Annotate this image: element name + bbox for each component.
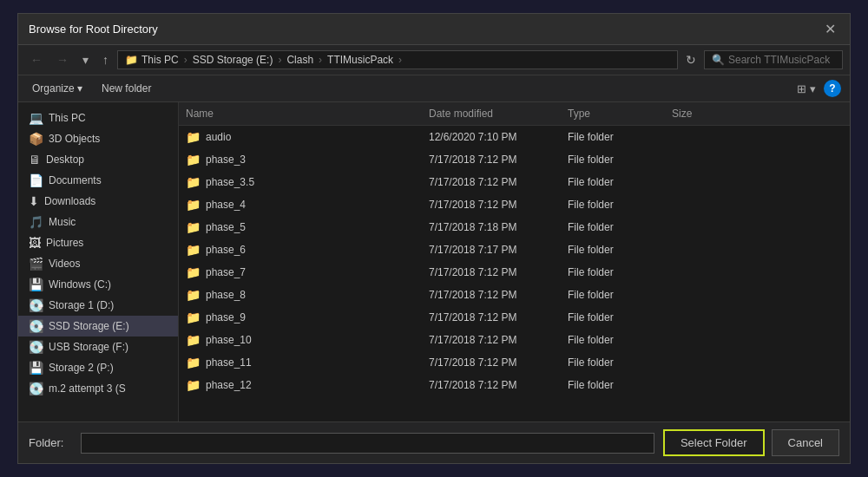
table-row[interactable]: 📁phase_3.57/17/2018 7:12 PMFile folder: [179, 171, 850, 193]
sidebar-item-windows-(c:)[interactable]: 💾Windows (C:): [18, 274, 178, 295]
table-row[interactable]: 📁phase_117/17/2018 7:12 PMFile folder: [179, 351, 850, 374]
table-row[interactable]: 📁phase_127/17/2018 7:12 PMFile folder: [179, 374, 850, 396]
file-panel: Name Date modified Type Size 📁audio12/6/…: [179, 102, 850, 421]
sidebar-item-music[interactable]: 🎵Music: [18, 212, 178, 232]
file-date: 7/17/2018 7:12 PM: [422, 265, 561, 280]
file-name: phase_10: [206, 334, 252, 346]
table-row[interactable]: 📁phase_57/17/2018 7:18 PMFile folder: [179, 216, 850, 238]
refresh-button[interactable]: ↻: [681, 51, 700, 69]
forward-button[interactable]: →: [51, 50, 74, 69]
cancel-button[interactable]: Cancel: [772, 429, 839, 456]
table-row[interactable]: 📁phase_77/17/2018 7:12 PMFile folder: [179, 261, 850, 284]
folder-icon: 📁: [186, 265, 201, 279]
folder-icon: ⬇: [29, 194, 39, 208]
file-name-cell: 📁phase_3: [179, 151, 422, 168]
col-type[interactable]: Type: [561, 106, 665, 121]
file-type: File folder: [561, 265, 665, 280]
file-type: File folder: [561, 355, 665, 370]
file-size: [665, 293, 850, 297]
col-size[interactable]: Size: [665, 106, 850, 121]
folder-input[interactable]: [81, 433, 654, 454]
organize-button[interactable]: Organize ▾: [27, 80, 88, 97]
view-toggle-button[interactable]: ⊞ ▾: [792, 81, 820, 97]
file-type: File folder: [561, 332, 665, 348]
sidebar-item-label: USB Storage (F:): [49, 341, 128, 353]
file-size: [665, 338, 850, 342]
file-date: 7/17/2018 7:12 PM: [422, 152, 561, 167]
breadcrumb-ttimusicpack: TTIMusicPack: [327, 54, 393, 66]
address-bar[interactable]: 📁 This PC › SSD Storage (E:) › Clash › T…: [117, 50, 678, 69]
sidebar-item-label: Documents: [49, 174, 102, 186]
sidebar-item-label: 3D Objects: [49, 133, 100, 145]
sidebar-item-m.2-attempt-3-(s[interactable]: 💽m.2 attempt 3 (S: [18, 378, 178, 399]
up-button[interactable]: ↑: [97, 50, 114, 69]
file-name: phase_8: [206, 289, 246, 301]
file-size: [665, 203, 850, 206]
folder-icon: 📁: [186, 378, 201, 392]
search-icon: 🔍: [712, 54, 725, 66]
search-input[interactable]: [728, 54, 832, 66]
file-name: phase_7: [206, 266, 246, 278]
file-date: 7/17/2018 7:12 PM: [422, 197, 561, 212]
close-button[interactable]: ✕: [821, 21, 839, 37]
file-name: phase_11: [206, 356, 252, 369]
file-type: File folder: [561, 219, 665, 235]
dialog-title: Browse for Root Directory: [29, 23, 158, 36]
sidebar-item-usb-storage-(f:)[interactable]: 💽USB Storage (F:): [18, 337, 178, 357]
sidebar-item-downloads[interactable]: ⬇Downloads: [18, 191, 178, 212]
help-button[interactable]: ?: [824, 80, 841, 97]
file-name-cell: 📁audio: [179, 128, 422, 146]
content-area: 💻This PC📦3D Objects🖥Desktop📄Documents⬇Do…: [18, 102, 850, 421]
breadcrumb-thispc: This PC: [141, 54, 179, 66]
new-folder-button[interactable]: New folder: [96, 80, 156, 97]
sidebar-item-3d-objects[interactable]: 📦3D Objects: [18, 128, 178, 149]
folder-icon: 📁: [186, 175, 201, 189]
file-date: 7/17/2018 7:12 PM: [422, 174, 561, 190]
toolbar: Organize ▾ New folder ⊞ ▾ ?: [18, 75, 850, 102]
col-date[interactable]: Date modified: [422, 106, 561, 121]
sidebar-item-this-pc[interactable]: 💻This PC: [18, 108, 178, 128]
folder-icon: 📁: [186, 310, 201, 324]
title-bar: Browse for Root Directory ✕: [18, 14, 850, 45]
dropdown-button[interactable]: ▾: [77, 50, 94, 69]
file-size: [665, 135, 850, 139]
breadcrumb-ssd: SSD Storage (E:): [193, 54, 273, 66]
file-type: File folder: [561, 310, 665, 325]
search-bar[interactable]: 🔍: [704, 50, 843, 69]
folder-icon: 📁: [186, 288, 201, 302]
sidebar-item-documents[interactable]: 📄Documents: [18, 170, 178, 191]
file-name: phase_6: [206, 244, 246, 256]
table-row[interactable]: 📁phase_107/17/2018 7:12 PMFile folder: [179, 329, 850, 351]
file-name-cell: 📁phase_6: [179, 241, 422, 258]
sidebar-item-pictures[interactable]: 🖼Pictures: [18, 232, 178, 253]
folder-icon: 📁: [186, 220, 201, 234]
breadcrumb-clash: Clash: [286, 54, 313, 66]
folder-icon: 🎬: [29, 257, 43, 271]
file-date: 12/6/2020 7:10 PM: [422, 129, 561, 145]
file-size: [665, 225, 850, 229]
back-button[interactable]: ←: [25, 50, 48, 69]
sidebar-item-videos[interactable]: 🎬Videos: [18, 253, 178, 274]
select-folder-button[interactable]: Select Folder: [663, 429, 765, 456]
table-row[interactable]: 📁phase_67/17/2018 7:17 PMFile folder: [179, 238, 850, 261]
browse-dialog: Browse for Root Directory ✕ ← → ▾ ↑ 📁 Th…: [17, 13, 851, 464]
sidebar-item-desktop[interactable]: 🖥Desktop: [18, 149, 178, 170]
table-row[interactable]: 📁phase_47/17/2018 7:12 PMFile folder: [179, 193, 850, 216]
table-row[interactable]: 📁phase_37/17/2018 7:12 PMFile folder: [179, 148, 850, 171]
table-row[interactable]: 📁phase_97/17/2018 7:12 PMFile folder: [179, 306, 850, 329]
nav-bar: ← → ▾ ↑ 📁 This PC › SSD Storage (E:) › C…: [18, 45, 850, 75]
breadcrumb-folder-icon: 📁: [125, 54, 138, 66]
sidebar-item-storage-1-(d:)[interactable]: 💽Storage 1 (D:): [18, 295, 178, 316]
drive-icon: 💽: [29, 298, 43, 312]
col-name[interactable]: Name: [179, 106, 422, 121]
sidebar-item-label: Music: [49, 216, 76, 228]
bottom-bar: Folder: Select Folder Cancel: [18, 421, 850, 463]
button-group: Select Folder Cancel: [663, 429, 839, 456]
drive-icon: 💽: [29, 340, 43, 354]
file-name: phase_4: [206, 199, 246, 211]
sidebar-item-storage-2-(p:)[interactable]: 💾Storage 2 (P:): [18, 357, 178, 378]
sidebar-item-ssd-storage-(e:)[interactable]: 💽SSD Storage (E:): [18, 316, 178, 337]
table-row[interactable]: 📁audio12/6/2020 7:10 PMFile folder: [179, 126, 850, 148]
table-row[interactable]: 📁phase_87/17/2018 7:12 PMFile folder: [179, 284, 850, 306]
file-name: phase_5: [206, 221, 246, 233]
